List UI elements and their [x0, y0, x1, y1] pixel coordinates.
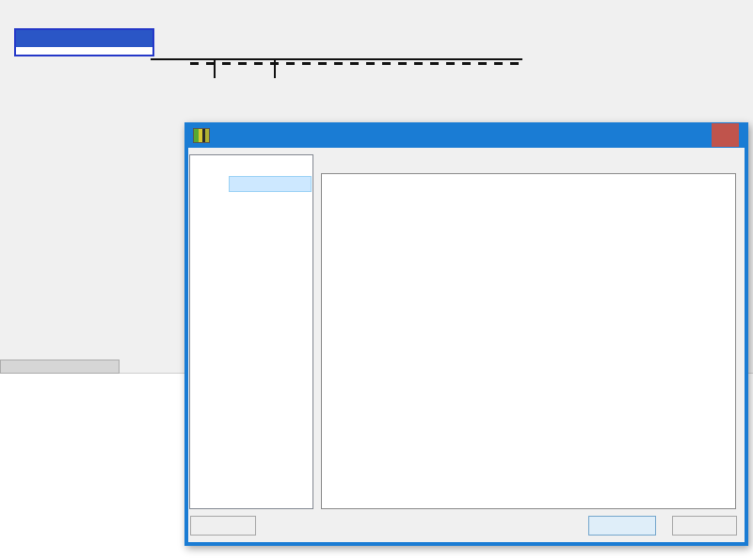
cam-tree-panel [189, 154, 313, 509]
dialog-body [184, 148, 741, 542]
dialog-app-icon [193, 128, 210, 143]
desktop: { "rack": { "header": "(0) 机架", "rows": … [0, 0, 753, 560]
cam-config-dialog [184, 122, 748, 546]
cam-chart-panel [321, 173, 736, 509]
ethercat-bus-line [151, 58, 522, 60]
bus-drop-line [274, 59, 276, 78]
ethercat-bus-dashes [190, 62, 521, 65]
help-button[interactable] [190, 516, 256, 536]
bus-drop-line [214, 59, 216, 78]
cam-curve-charts [322, 174, 735, 508]
close-button[interactable] [712, 123, 739, 147]
collapsed-pane-tab[interactable] [0, 360, 120, 374]
tree-node-cam0-selected[interactable] [229, 176, 312, 192]
rack-tail-row [16, 47, 152, 55]
done-button[interactable] [588, 516, 656, 536]
rack-table [14, 28, 154, 56]
rack-header [16, 30, 152, 47]
cancel-button[interactable] [672, 516, 737, 536]
dialog-titlebar[interactable] [184, 122, 748, 148]
